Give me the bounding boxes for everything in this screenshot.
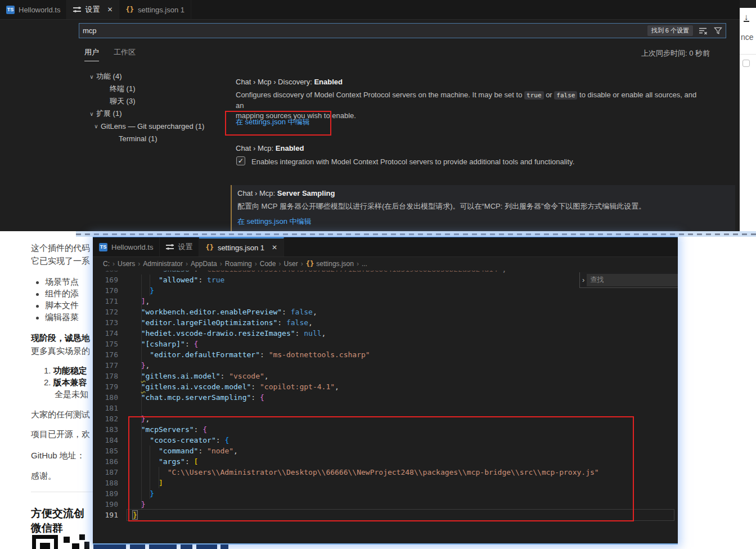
setting-title-bold: Enabled: [314, 78, 343, 86]
breadcrumb-label: Code: [260, 260, 276, 268]
tree-item--3-[interactable]: 聊天 (3): [79, 95, 219, 107]
tab--[interactable]: 设置✕: [67, 0, 119, 19]
breadcrumb-item-users[interactable]: Users: [118, 260, 135, 268]
setting-title-bold: Server Sampling: [277, 189, 335, 197]
settings-scope-tabs: 用户 工作区: [84, 47, 136, 61]
breadcrumb-item-administrator[interactable]: Administrator: [143, 260, 183, 268]
filter-icon[interactable]: [713, 26, 722, 35]
code-token: [132, 308, 141, 316]
code-line-176[interactable]: 176 "editor.defaultFormatter": "ms-dotne…: [93, 349, 678, 360]
find-widget[interactable]: › 查找: [579, 272, 678, 288]
tab-helloworld-ts[interactable]: TSHelloworld.ts: [93, 237, 160, 256]
code-token: :: [277, 318, 286, 327]
code-token: {: [224, 436, 229, 444]
code-token: :: [260, 350, 269, 359]
code-token: :: [216, 436, 225, 444]
code-text: }: [132, 488, 154, 499]
code-line-181[interactable]: 181: [93, 403, 678, 413]
scope-tab-user[interactable]: 用户: [84, 47, 99, 61]
code-text: ],: [132, 296, 150, 307]
tab-settings-json-1[interactable]: {}settings.json 1✕: [199, 237, 284, 256]
tree-item-GitLens-Git-supercharged-1-[interactable]: ∨GitLens — Git supercharged (1): [79, 120, 219, 132]
code-line-178[interactable]: 178 "gitlens.ai.model": "vscode",: [93, 371, 678, 381]
breadcrumb-item--[interactable]: ...: [362, 260, 367, 268]
breadcrumb-label: C:: [103, 260, 110, 268]
code-line-187[interactable]: 187 "C:\\Users\\Administrator\\Desktop\\…: [93, 467, 678, 478]
setting-checkbox[interactable]: ✓: [236, 156, 245, 165]
bullet-item: 场景节点: [45, 277, 79, 287]
code-line-177[interactable]: 177 },: [93, 360, 678, 371]
breadcrumb-item-code[interactable]: Code: [260, 260, 276, 268]
code-line-172[interactable]: 172 "workbench.editor.enablePreview": fa…: [93, 307, 678, 317]
current-line-highlight: [127, 509, 674, 521]
breadcrumb-item-settings-json[interactable]: {}settings.json: [306, 260, 354, 268]
code-token: [132, 415, 141, 423]
code-line-191[interactable]: 191}: [93, 510, 678, 520]
code-token: "hediet.vscode-drawio.resizeImages": [141, 329, 295, 338]
tree-item--1-[interactable]: 终端 (1): [79, 83, 219, 95]
code-token: ,: [322, 329, 326, 338]
json-braces-icon: {}: [125, 6, 133, 14]
code-line-180[interactable]: 180 "chat.mcp.serverSampling": {: [93, 392, 678, 403]
qr-block-tinted: [149, 544, 177, 549]
settings-search-input[interactable]: mcp: [83, 26, 647, 35]
code-token: {: [260, 393, 264, 402]
clear-filters-icon[interactable]: [699, 26, 708, 35]
code-token: [132, 286, 150, 295]
download-icon[interactable]: ↓: [744, 12, 749, 22]
close-icon[interactable]: ✕: [107, 6, 112, 14]
code-line-171[interactable]: 171 ],: [93, 296, 678, 307]
find-expand-chevron[interactable]: ›: [582, 276, 584, 284]
tree-item--4-[interactable]: ∨功能 (4): [79, 70, 219, 83]
tab-label: Helloworld.ts: [19, 6, 60, 14]
settings-search-box[interactable]: mcp 找到 6 个设置: [79, 23, 726, 38]
tree-item-Terminal-1-[interactable]: Terminal (1): [79, 132, 219, 145]
code-line-183[interactable]: 183 "mcpServers": {: [93, 424, 678, 435]
code-token: "[csharp]": [141, 340, 185, 348]
code-text: "command": "node",: [132, 446, 238, 456]
tab-label: 设置: [85, 4, 100, 15]
setting-row-highlighted[interactable]: Chat › Mcp: Server Sampling 配置向 MCP 服务器公…: [231, 185, 735, 231]
code-line-186[interactable]: 186 "args": [: [93, 456, 678, 467]
edit-in-settings-json-link[interactable]: 在 settings.json 中编辑: [236, 117, 310, 127]
qr-block: [84, 542, 89, 549]
code-line-173[interactable]: 173 "editor.largeFileOptimizations": fal…: [93, 317, 678, 328]
find-input[interactable]: 查找: [587, 274, 678, 286]
tree-item--1-[interactable]: ∨扩展 (1): [79, 107, 219, 120]
ts-icon: TS: [99, 243, 107, 251]
code-token: ,: [313, 308, 317, 316]
code-editor[interactable]: 168 "sha256": "c2b82125ab647531fa4645766…: [93, 264, 678, 543]
qr-finder-core: [40, 543, 50, 549]
page-paragraph: 这个插件的代码: [31, 243, 90, 254]
json-braces-icon: {}: [306, 260, 314, 268]
code-line-185[interactable]: 185 "command": "node",: [93, 446, 678, 456]
tab--[interactable]: 设置: [160, 237, 199, 256]
breadcrumb-item-appdata[interactable]: AppData: [191, 260, 217, 268]
code-line-190[interactable]: 190 }: [93, 499, 678, 510]
scope-tab-workspace[interactable]: 工作区: [114, 47, 136, 61]
breadcrumb-item-roaming[interactable]: Roaming: [225, 260, 252, 268]
breadcrumb-item-c-[interactable]: C:: [103, 260, 110, 268]
code-line-184[interactable]: 184 "cocos-creator": {: [93, 435, 678, 446]
code-line-179[interactable]: 179 "gitlens.ai.vscode.model": "copilot:…: [93, 381, 678, 392]
tab-helloworld-ts[interactable]: TSHelloworld.ts: [0, 0, 67, 19]
close-icon[interactable]: ✕: [272, 244, 277, 251]
line-number: 181: [93, 403, 118, 413]
line-number: 173: [93, 317, 118, 328]
code-line-174[interactable]: 174 "hediet.vscode-drawio.resizeImages":…: [93, 328, 678, 339]
code-line-175[interactable]: 175 "[csharp]": {: [93, 339, 678, 349]
setting-title: Chat › Mcp: Server Sampling: [237, 189, 335, 197]
tab-settings-json-1[interactable]: {}settings.json 1: [119, 0, 191, 19]
code-line-182[interactable]: 182 },: [93, 413, 678, 424]
page-paragraph: 项目已开源，欢: [31, 429, 90, 440]
code-line-188[interactable]: 188 ]: [93, 478, 678, 488]
code-token: :: [251, 382, 260, 391]
list-text: 功能稳定: [53, 366, 87, 375]
desc-text: Configures discovery of Model Context Pr…: [236, 91, 524, 99]
qr-block: [79, 534, 85, 540]
line-number: 178: [93, 371, 118, 381]
breadcrumb-item-user[interactable]: User: [284, 260, 298, 268]
code-line-189[interactable]: 189 }: [93, 488, 678, 499]
breadcrumb-label: Roaming: [225, 260, 252, 268]
edit-in-settings-json-link[interactable]: 在 settings.json 中编辑: [237, 217, 312, 227]
